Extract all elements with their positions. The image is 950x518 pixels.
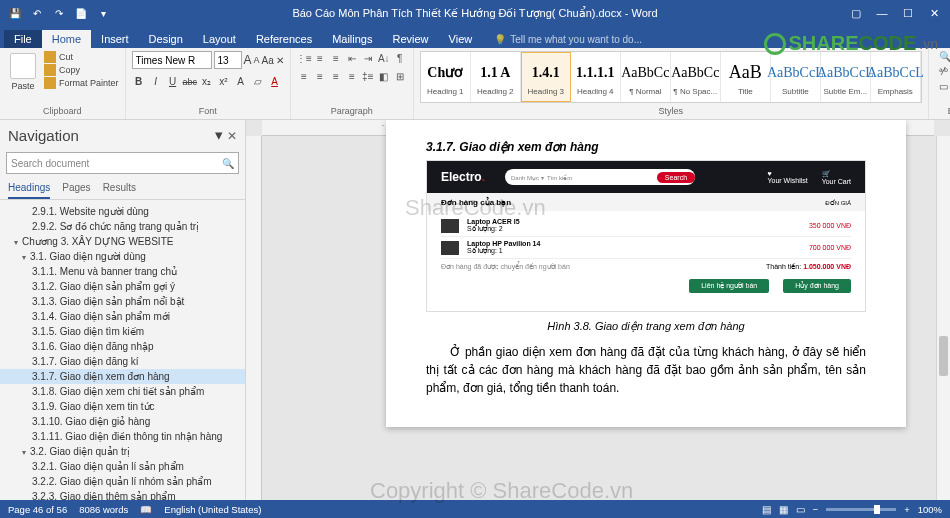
- nav-item[interactable]: ▾Chương 3. XÂY DỰNG WEBSITE: [0, 234, 245, 249]
- undo-icon[interactable]: ↶: [28, 4, 46, 22]
- bold-button[interactable]: B: [132, 76, 146, 87]
- copy-button[interactable]: Copy: [44, 64, 119, 76]
- tab-view[interactable]: View: [439, 30, 483, 48]
- tab-mailings[interactable]: Mailings: [322, 30, 382, 48]
- nav-item[interactable]: 3.1.4. Giao diện sản phẩm mới: [0, 309, 245, 324]
- replace-button[interactable]: ᵃ⁄ᵇ Replace: [939, 66, 950, 77]
- nav-item[interactable]: 3.1.1. Menu và banner trang chủ: [0, 264, 245, 279]
- status-words[interactable]: 8086 words: [79, 504, 128, 515]
- nav-item[interactable]: 3.1.10. Giao diện giỏ hàng: [0, 414, 245, 429]
- vertical-ruler[interactable]: [246, 136, 262, 500]
- numbering-icon[interactable]: ≡: [313, 51, 327, 65]
- view-print-icon[interactable]: ▦: [779, 504, 788, 515]
- paste-button[interactable]: Paste: [6, 51, 40, 93]
- font-color-button[interactable]: A: [268, 76, 282, 87]
- shading-icon[interactable]: ◧: [377, 69, 391, 83]
- nav-item[interactable]: 3.1.2. Giao diện sản phẩm gợi ý: [0, 279, 245, 294]
- cut-button[interactable]: Cut: [44, 51, 119, 63]
- underline-button[interactable]: U: [166, 76, 180, 87]
- nav-item[interactable]: 3.1.9. Giao diện xem tin tức: [0, 399, 245, 414]
- style-heading-4[interactable]: 1.1.1.1Heading 4: [571, 52, 621, 102]
- nav-item[interactable]: 3.1.7. Giao diện đăng kí: [0, 354, 245, 369]
- tab-home[interactable]: Home: [42, 30, 91, 48]
- nav-item[interactable]: 3.2.2. Giao diện quản lí nhóm sản phẩm: [0, 474, 245, 489]
- styles-gallery[interactable]: ChươHeading 11.1 AHeading 21.4.1Heading …: [420, 51, 922, 103]
- font-size-combo[interactable]: [214, 51, 242, 69]
- change-case-button[interactable]: Aa: [262, 55, 274, 66]
- nav-item[interactable]: 3.1.8. Giao diện xem chi tiết sản phẩm: [0, 384, 245, 399]
- clear-format-icon[interactable]: ✕: [276, 55, 284, 66]
- line-spacing-icon[interactable]: ‡≡: [361, 69, 375, 83]
- multilevel-icon[interactable]: ≡: [329, 51, 343, 65]
- zoom-in-icon[interactable]: +: [904, 504, 910, 515]
- style-emphasis[interactable]: AaBbCcLEmphasis: [871, 52, 921, 102]
- status-spellcheck-icon[interactable]: 📖: [140, 504, 152, 515]
- strike-button[interactable]: abc: [183, 77, 197, 87]
- nav-item[interactable]: 2.9.2. Sơ đồ chức năng trang quản trị: [0, 219, 245, 234]
- close-icon[interactable]: ✕: [922, 3, 946, 23]
- subscript-button[interactable]: x₂: [200, 76, 214, 87]
- tab-insert[interactable]: Insert: [91, 30, 139, 48]
- nav-tab-pages[interactable]: Pages: [62, 182, 90, 199]
- view-web-icon[interactable]: ▭: [796, 504, 805, 515]
- align-center-icon[interactable]: ≡: [313, 69, 327, 83]
- style-heading-1[interactable]: ChươHeading 1: [421, 52, 471, 102]
- borders-icon[interactable]: ⊞: [393, 69, 407, 83]
- tell-me[interactable]: 💡 Tell me what you want to do...: [494, 34, 642, 48]
- justify-icon[interactable]: ≡: [345, 69, 359, 83]
- nav-item[interactable]: 3.1.7. Giao diện xem đơn hàng: [0, 369, 245, 384]
- align-right-icon[interactable]: ≡: [329, 69, 343, 83]
- style-title[interactable]: AaBTitle: [721, 52, 771, 102]
- font-name-combo[interactable]: [132, 51, 212, 69]
- save-icon[interactable]: 💾: [6, 4, 24, 22]
- style-subtitle[interactable]: AaBbCcLSubtitle: [771, 52, 821, 102]
- nav-item[interactable]: 3.2.3. Giao diện thêm sản phẩm: [0, 489, 245, 500]
- grow-font-icon[interactable]: A: [244, 53, 252, 67]
- zoom-level[interactable]: 100%: [918, 504, 942, 515]
- scrollbar-thumb[interactable]: [939, 336, 948, 376]
- search-icon[interactable]: 🔍: [222, 158, 234, 169]
- ribbon-options-icon[interactable]: ▢: [844, 3, 868, 23]
- italic-button[interactable]: I: [149, 76, 163, 87]
- style--normal[interactable]: AaBbCc¶ Normal: [621, 52, 671, 102]
- maximize-icon[interactable]: ☐: [896, 3, 920, 23]
- nav-close-icon[interactable]: ✕: [227, 129, 237, 143]
- tab-file[interactable]: File: [4, 30, 42, 48]
- bullets-icon[interactable]: ⋮≡: [297, 51, 311, 65]
- superscript-button[interactable]: x²: [217, 76, 231, 87]
- style-heading-3[interactable]: 1.4.1Heading 3: [521, 52, 571, 102]
- nav-item[interactable]: ▾3.1. Giao diện người dùng: [0, 249, 245, 264]
- show-marks-icon[interactable]: ¶: [393, 51, 407, 65]
- style-subtle-em-[interactable]: AaBbCcLSubtle Em...: [821, 52, 871, 102]
- status-page[interactable]: Page 46 of 56: [8, 504, 67, 515]
- qat-customize-icon[interactable]: ▾: [94, 4, 112, 22]
- format-painter-button[interactable]: Format Painter: [44, 77, 119, 89]
- align-left-icon[interactable]: ≡: [297, 69, 311, 83]
- nav-item[interactable]: 3.1.3. Giao diện sản phẩm nổi bật: [0, 294, 245, 309]
- text-effects-button[interactable]: A: [234, 76, 248, 87]
- nav-item[interactable]: ▾3.2. Giao diện quản trị: [0, 444, 245, 459]
- status-language[interactable]: English (United States): [164, 504, 261, 515]
- style-heading-2[interactable]: 1.1 AHeading 2: [471, 52, 521, 102]
- tab-design[interactable]: Design: [139, 30, 193, 48]
- redo-icon[interactable]: ↷: [50, 4, 68, 22]
- nav-item[interactable]: 3.2.1. Giao diện quản lí sản phẩm: [0, 459, 245, 474]
- nav-item[interactable]: 3.1.6. Giao diện đăng nhập: [0, 339, 245, 354]
- select-button[interactable]: ▭ Select ▾: [939, 81, 950, 92]
- view-read-icon[interactable]: ▤: [762, 504, 771, 515]
- newdoc-icon[interactable]: 📄: [72, 4, 90, 22]
- nav-tab-results[interactable]: Results: [103, 182, 136, 199]
- nav-tab-headings[interactable]: Headings: [8, 182, 50, 199]
- nav-search-input[interactable]: Search document 🔍: [6, 152, 239, 174]
- highlight-button[interactable]: ▱: [251, 76, 265, 87]
- shrink-font-icon[interactable]: A: [254, 55, 260, 65]
- minimize-icon[interactable]: —: [870, 3, 894, 23]
- nav-item[interactable]: 2.9.1. Website người dùng: [0, 204, 245, 219]
- document-page[interactable]: 3.1.7. Giao diện xem đơn hàng Electro. D…: [386, 120, 906, 427]
- vertical-scrollbar[interactable]: [936, 136, 950, 500]
- nav-item[interactable]: 3.1.5. Giao diện tìm kiếm: [0, 324, 245, 339]
- tab-layout[interactable]: Layout: [193, 30, 246, 48]
- zoom-slider[interactable]: [826, 508, 896, 511]
- nav-item[interactable]: 3.1.11. Giao diện điền thông tin nhận hà…: [0, 429, 245, 444]
- style--no-spac-[interactable]: AaBbCc¶ No Spac...: [671, 52, 721, 102]
